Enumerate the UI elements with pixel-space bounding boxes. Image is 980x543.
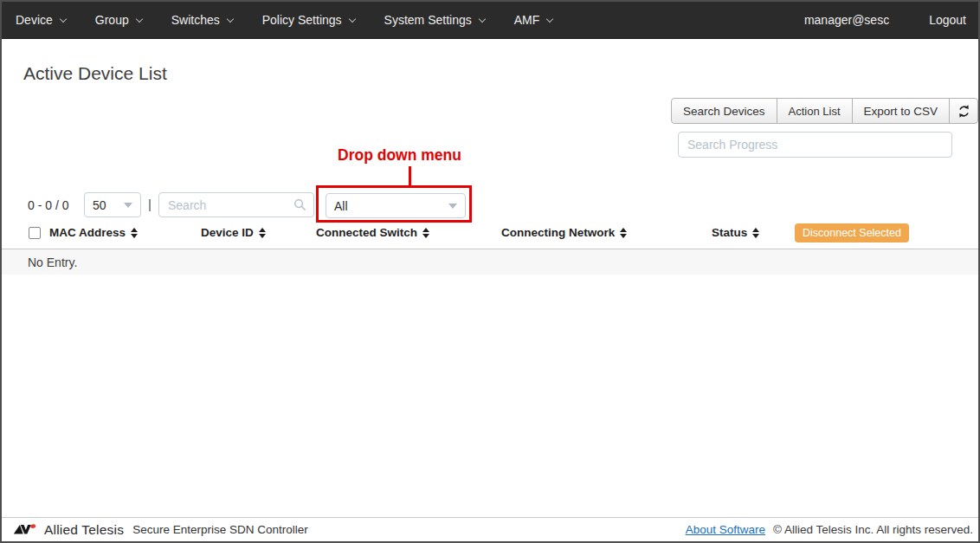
disconnect-selected-button[interactable]: Disconnect Selected [795, 223, 909, 242]
table-search-input[interactable] [168, 198, 293, 212]
footer: Allied Telesis Secure Enterprise SDN Con… [2, 517, 978, 541]
logout-button[interactable]: Logout [929, 13, 966, 27]
nav-menu-group[interactable]: Group [95, 13, 142, 27]
chevron-down-icon [227, 15, 234, 22]
nav-menu-device[interactable]: Device [16, 13, 66, 27]
chevron-down-icon [60, 15, 67, 22]
nav-menu-amf[interactable]: AMF [514, 13, 553, 27]
nav-menu-switches[interactable]: Switches [171, 13, 233, 27]
refresh-icon [957, 104, 971, 119]
logged-in-user: manager@sesc [804, 13, 889, 27]
chevron-down-icon [135, 15, 142, 22]
page-size-value: 50 [93, 198, 106, 212]
search-devices-button[interactable]: Search Devices [671, 98, 777, 124]
nav-menu-switches-label: Switches [171, 13, 220, 27]
export-to-csv-button[interactable]: Export to CSV [852, 98, 951, 124]
column-label: Device ID [201, 226, 254, 239]
page-size-dropdown[interactable]: 50 [84, 192, 141, 217]
select-all-checkbox[interactable] [29, 227, 41, 239]
chevron-down-icon [478, 15, 485, 22]
chevron-down-icon [124, 203, 132, 208]
column-header-mac-address[interactable]: MAC Address [49, 226, 138, 239]
sort-icon [422, 228, 429, 238]
search-progress-input[interactable] [678, 132, 952, 158]
column-header-status[interactable]: Status [712, 226, 759, 239]
copyright-text: © Allied Telesis Inc. All rights reserve… [773, 523, 973, 536]
nav-menu-device-label: Device [16, 13, 53, 27]
nav-menu-group-label: Group [95, 13, 129, 27]
column-label: MAC Address [49, 226, 126, 239]
filter-dropdown-value: All [334, 199, 348, 213]
controls-divider: | [148, 197, 152, 211]
column-label: Connecting Network [501, 226, 615, 239]
sort-icon [752, 228, 759, 238]
column-header-device-id[interactable]: Device ID [201, 226, 266, 239]
filter-dropdown[interactable]: All [326, 193, 466, 218]
chevron-down-icon [546, 15, 553, 22]
page-title: Active Device List [23, 63, 167, 84]
action-list-button[interactable]: Action List [777, 98, 853, 124]
chevron-down-icon [448, 204, 457, 209]
annotation-drop-down-menu: Drop down menu [338, 146, 461, 165]
annotation-highlight-box: All [316, 185, 472, 223]
top-navbar: Device Group Switches Policy Settings Sy… [2, 2, 978, 38]
pagination-range: 0 - 0 / 0 [28, 198, 68, 212]
sort-icon [620, 228, 627, 238]
column-header-connecting-network[interactable]: Connecting Network [501, 226, 627, 239]
allied-telesis-logo-icon [13, 522, 39, 537]
product-name: Secure Enterprise SDN Controller [132, 523, 308, 536]
no-entry-text: No Entry. [28, 255, 77, 269]
nav-menu-system-settings-label: System Settings [384, 13, 472, 27]
search-icon [293, 198, 306, 211]
table-search-field [158, 192, 314, 217]
annotation-connector-line [409, 166, 411, 185]
nav-menu-policy-settings[interactable]: Policy Settings [262, 13, 355, 27]
sort-icon [259, 228, 266, 238]
column-label: Status [712, 226, 747, 239]
table-header-row: MAC Address Device ID Connected Switch C… [2, 223, 978, 249]
about-software-link[interactable]: About Software [686, 523, 765, 536]
nav-menu-policy-settings-label: Policy Settings [262, 13, 342, 27]
table-empty-row: No Entry. [2, 249, 978, 275]
refresh-button[interactable] [949, 98, 978, 124]
column-label: Connected Switch [316, 226, 417, 239]
brand-name: Allied Telesis [44, 522, 124, 538]
sort-icon [131, 228, 138, 238]
column-header-connected-switch[interactable]: Connected Switch [316, 226, 429, 239]
toolbar-button-group: Search Devices Action List Export to CSV [671, 98, 978, 124]
nav-menu-system-settings[interactable]: System Settings [384, 13, 485, 27]
chevron-down-icon [348, 15, 355, 22]
nav-menu-amf-label: AMF [514, 13, 540, 27]
